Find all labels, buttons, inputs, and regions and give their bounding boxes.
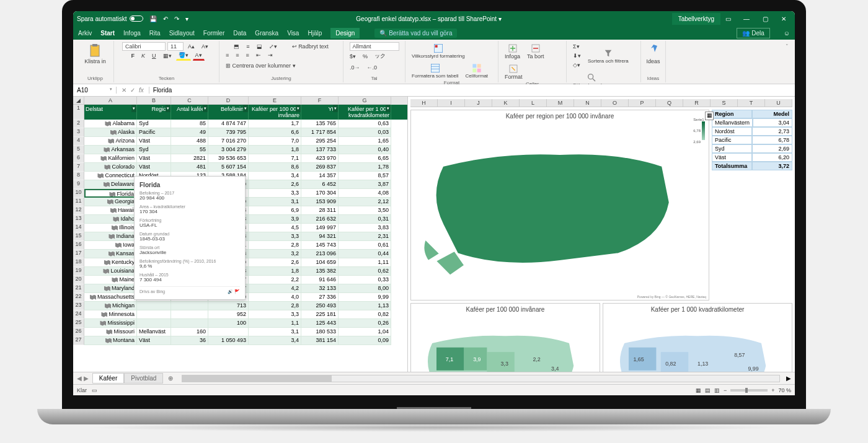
zoom-in-icon[interactable]: +: [771, 387, 774, 393]
menu-rita[interactable]: Rita: [149, 30, 161, 37]
align-left-icon[interactable]: ≡: [223, 51, 231, 59]
table-row[interactable]: 2 Alabama Syd 85 4 874 747 1,7 135 765 0…: [73, 120, 407, 128]
cancel-icon[interactable]: ✕: [122, 87, 126, 94]
fill-icon[interactable]: ⬇▾: [570, 51, 583, 60]
inc-decimal-icon[interactable]: .0→: [347, 63, 363, 72]
grow-font-icon[interactable]: A▴: [185, 42, 197, 51]
col-c[interactable]: C: [171, 97, 208, 105]
fx-icon[interactable]: fx: [139, 87, 144, 94]
sheet-nav-icon[interactable]: ◀ ▶: [77, 375, 89, 382]
menu-arkiv[interactable]: Arkiv: [78, 30, 92, 37]
filter-icon[interactable]: ▾: [296, 105, 301, 112]
align-bottom-icon[interactable]: ⬓: [254, 42, 265, 51]
autosum-icon[interactable]: Σ▾: [570, 42, 583, 51]
currency-icon[interactable]: $▾: [347, 52, 358, 61]
align-middle-icon[interactable]: ≡: [244, 42, 252, 51]
enter-icon[interactable]: ✓: [130, 87, 135, 94]
view-pagelayout-icon[interactable]: ▤: [705, 387, 711, 393]
filter-icon[interactable]: ▾: [243, 105, 248, 112]
table-row[interactable]: 27 Montana Väst 36 1 050 493 3,4 381 154…: [73, 336, 407, 345]
maximize-icon[interactable]: ▢: [758, 15, 773, 22]
select-all-corner[interactable]: ◢: [73, 97, 84, 105]
delete-cells-button[interactable]: Ta bort: [525, 42, 547, 61]
sheet-tab-pivotblad[interactable]: Pivotblad: [124, 373, 163, 384]
tell-me-search[interactable]: 🔍 Berätta vad du vill göra: [374, 29, 457, 38]
insert-cells-button[interactable]: Infoga: [502, 42, 523, 61]
chart-state-100k[interactable]: Kaféer per 100 000 invånare 7,13,93,3 2,…: [410, 303, 600, 372]
zoom-out-icon[interactable]: −: [724, 387, 727, 393]
add-sheet-icon[interactable]: ⊕: [166, 375, 175, 382]
table-row[interactable]: 25 Mississippi 100 1,1 125 443 0,26: [73, 319, 407, 328]
dec-decimal-icon[interactable]: ←.0: [365, 63, 380, 72]
cell-styles-button[interactable]: Cellformat: [463, 62, 490, 80]
col-d[interactable]: D: [208, 97, 249, 105]
qat-more-icon[interactable]: ▾: [183, 15, 191, 22]
align-top-icon[interactable]: ⬒: [231, 42, 242, 51]
menu-infoga[interactable]: Infoga: [123, 30, 141, 37]
scroll-right-icon[interactable]: ▶: [786, 375, 791, 382]
table-row[interactable]: 5 Arkansas Syd 55 3 004 279 1,8 137 733 …: [73, 146, 407, 154]
indent-dec-icon[interactable]: ⇤: [254, 51, 264, 59]
format-cells-button[interactable]: Format: [502, 63, 525, 81]
view-normal-icon[interactable]: ▦: [696, 387, 701, 393]
menu-start[interactable]: Start: [100, 30, 115, 37]
autosave-toggle[interactable]: Spara automatiskt: [77, 15, 143, 22]
wrap-text-button[interactable]: ↩ Radbryt text: [290, 42, 331, 51]
document-title[interactable]: Geografi enkel datatyp.xlsx – sparad til…: [191, 15, 667, 22]
macro-record-icon[interactable]: ▭: [92, 387, 97, 393]
chart-region-map[interactable]: ▦ Kaféer per region per 100 000 invånare…: [410, 110, 709, 300]
close-icon[interactable]: ✕: [776, 15, 791, 22]
feedback-icon[interactable]: ☺: [784, 30, 790, 37]
sheet-tab-active[interactable]: Kaféer: [92, 373, 124, 384]
percent-icon[interactable]: %: [360, 52, 370, 61]
number-format-select[interactable]: Allmänt: [350, 42, 399, 51]
minimize-icon[interactable]: ―: [739, 15, 754, 22]
ribbon-options-icon[interactable]: ▭: [720, 15, 735, 22]
menu-hjalp[interactable]: Hjälp: [308, 30, 322, 37]
table-row[interactable]: 24 Minnesota 952 3,3 225 181 0,82: [73, 310, 407, 319]
conditional-format-button[interactable]: Villkorsstyrd formatering: [409, 42, 467, 60]
menu-formler[interactable]: Formler: [203, 30, 224, 37]
filter-icon[interactable]: ▾: [333, 105, 338, 112]
datacard-flag-icon[interactable]: 🔊 🚩: [228, 289, 240, 294]
comma-icon[interactable]: ック: [372, 51, 388, 61]
filter-icon[interactable]: ▾: [203, 105, 208, 112]
table-row[interactable]: 3 Alaska Pacific 49 739 795 6,6 1 717 85…: [73, 128, 407, 137]
pivot-table[interactable]: RegionMedel Mellanvästern3,04Nordöst2,73…: [712, 110, 792, 300]
zoom-slider[interactable]: [730, 389, 768, 392]
col-a[interactable]: A: [84, 97, 137, 105]
collapse-ribbon-icon[interactable]: ˅: [783, 41, 791, 82]
sort-filter-button[interactable]: Sortera och filtrera: [585, 47, 631, 65]
align-center-icon[interactable]: ≡: [233, 51, 241, 59]
col-b[interactable]: B: [137, 97, 171, 105]
chart-state-km2[interactable]: Kaféer per 1 000 kvadratkilometer 1,650,…: [603, 303, 792, 372]
menu-sidlayout[interactable]: Sidlayout: [169, 30, 195, 37]
orientation-icon[interactable]: ⤢▾: [267, 42, 280, 51]
border-button[interactable]: ▦▾: [161, 51, 174, 60]
paste-button[interactable]: Klistra in: [82, 42, 108, 66]
bold-button[interactable]: F: [128, 51, 137, 60]
redo-icon[interactable]: ↷: [172, 15, 182, 22]
format-as-table-button[interactable]: Formatera som tabell: [409, 62, 461, 80]
shrink-font-icon[interactable]: A▾: [199, 42, 211, 51]
col-f[interactable]: F: [301, 97, 339, 105]
menu-granska[interactable]: Granska: [255, 30, 278, 37]
zoom-level[interactable]: 70 %: [778, 387, 791, 393]
formula-bar[interactable]: Florida: [149, 87, 795, 94]
underline-button[interactable]: U: [149, 51, 159, 60]
toggle-icon[interactable]: [130, 15, 143, 22]
col-e[interactable]: E: [249, 97, 301, 105]
fill-color-button[interactable]: 🪣▾: [176, 51, 191, 61]
font-name-select[interactable]: Calibri: [122, 42, 166, 51]
ideas-button[interactable]: Ideas: [644, 42, 663, 66]
align-right-icon[interactable]: ≡: [244, 51, 252, 59]
filter-icon[interactable]: ▾: [131, 105, 136, 112]
indent-inc-icon[interactable]: ⇥: [265, 51, 275, 59]
table-row[interactable]: 7 Colorado Väst 481 5 607 154 8,6 269 83…: [73, 163, 407, 172]
share-button[interactable]: 👥 Dela: [737, 28, 769, 38]
name-box[interactable]: A10: [73, 87, 117, 94]
view-pagebreak-icon[interactable]: ▥: [714, 387, 720, 393]
merge-button[interactable]: ⊞ Centrera över kolumner ▾: [223, 61, 298, 70]
contextual-tab[interactable]: Tabellverktyg: [672, 13, 720, 25]
menu-design[interactable]: Design: [330, 28, 360, 38]
